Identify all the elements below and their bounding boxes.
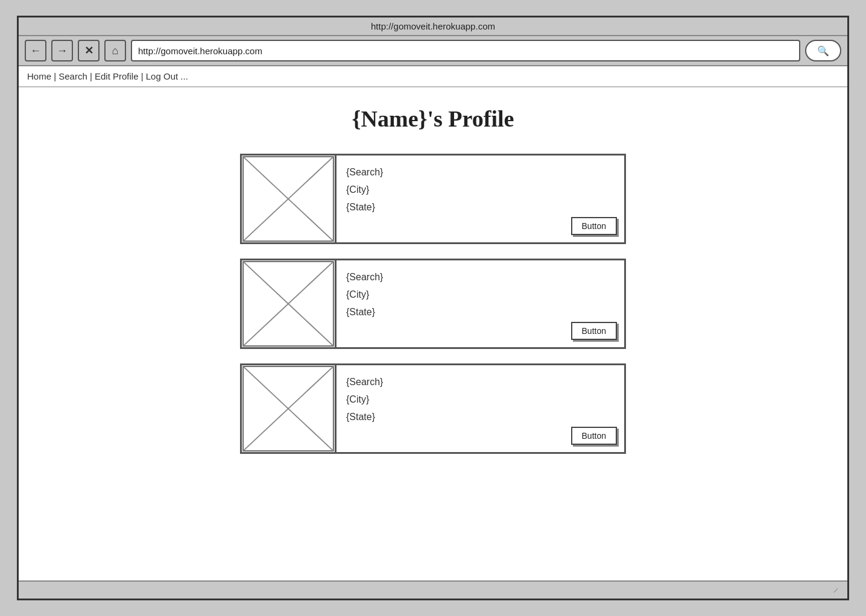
- profile-info-box: {Search} {City} {State} Button: [337, 363, 626, 454]
- menu-bar: Home | Search | Edit Profile | Log Out .…: [19, 66, 847, 87]
- profile-action-button[interactable]: Button: [571, 217, 617, 235]
- profile-info-text: {Search} {City} {State}: [346, 374, 616, 426]
- back-icon: ←: [30, 45, 41, 57]
- profile-item: {Search} {City} {State} Button: [240, 259, 626, 349]
- state-field: {State}: [346, 199, 616, 216]
- profile-action-button[interactable]: Button: [571, 322, 617, 340]
- profile-action-button[interactable]: Button: [571, 427, 617, 445]
- back-button[interactable]: ←: [25, 40, 46, 61]
- button-wrapper: Button: [571, 427, 617, 445]
- button-wrapper: Button: [571, 217, 617, 235]
- city-field: {City}: [346, 181, 616, 199]
- profile-image-placeholder: [240, 259, 337, 349]
- profile-image-placeholder: [240, 154, 337, 244]
- profile-info-text: {Search} {City} {State}: [346, 269, 616, 321]
- profile-items-list: {Search} {City} {State} Button: [55, 154, 811, 454]
- nav-bar: ← → ✕ ⌂ 🔍: [19, 36, 847, 66]
- city-field: {City}: [346, 286, 616, 304]
- button-wrapper: Button: [571, 322, 617, 340]
- forward-icon: →: [57, 45, 68, 57]
- state-field: {State}: [346, 409, 616, 426]
- profile-info-box: {Search} {City} {State} Button: [337, 154, 626, 244]
- search-icon: 🔍: [817, 45, 829, 57]
- profile-info-text: {Search} {City} {State}: [346, 164, 616, 216]
- home-icon: ⌂: [112, 45, 119, 57]
- home-button[interactable]: ⌂: [104, 40, 126, 61]
- city-field: {City}: [346, 391, 616, 409]
- menu-items: Home | Search | Edit Profile | Log Out .…: [27, 71, 188, 81]
- forward-button[interactable]: →: [51, 40, 73, 61]
- profile-item: {Search} {City} {State} Button: [240, 363, 626, 454]
- close-icon: ✕: [84, 44, 93, 57]
- browser-window: http://gomoveit.herokuapp.com ← → ✕ ⌂ 🔍 …: [17, 16, 849, 600]
- address-bar[interactable]: [131, 40, 800, 61]
- browser-search-button[interactable]: 🔍: [805, 40, 841, 61]
- search-field: {Search}: [346, 269, 616, 286]
- page-title: {Name}'s Profile: [55, 105, 811, 132]
- profile-item: {Search} {City} {State} Button: [240, 154, 626, 244]
- search-field: {Search}: [346, 374, 616, 391]
- page-content: {Name}'s Profile {Search} {City} {State}: [19, 87, 847, 580]
- title-bar: http://gomoveit.herokuapp.com: [19, 17, 847, 36]
- resize-handle-icon: ⟋: [832, 585, 841, 595]
- profile-image-placeholder: [240, 363, 337, 454]
- profile-info-box: {Search} {City} {State} Button: [337, 259, 626, 349]
- close-button[interactable]: ✕: [78, 40, 100, 61]
- search-field: {Search}: [346, 164, 616, 181]
- browser-title: http://gomoveit.herokuapp.com: [371, 21, 495, 31]
- bottom-bar: ⟋: [19, 580, 847, 599]
- state-field: {State}: [346, 304, 616, 321]
